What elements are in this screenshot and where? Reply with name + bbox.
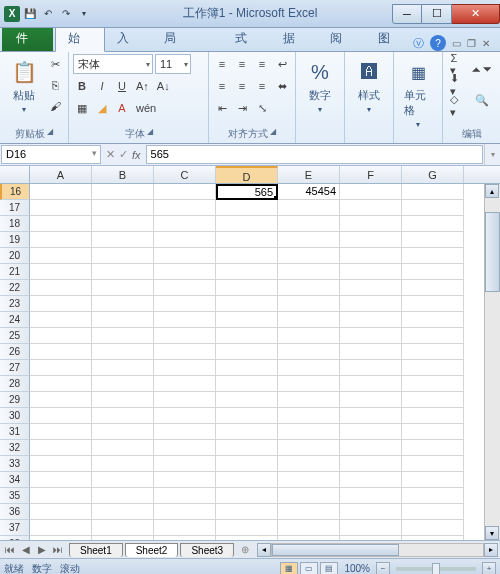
row-header[interactable]: 34 bbox=[0, 472, 30, 488]
cell[interactable] bbox=[340, 200, 402, 216]
increase-font-icon[interactable]: A↑ bbox=[133, 76, 152, 96]
maximize-button[interactable]: ☐ bbox=[422, 4, 452, 24]
formula-input[interactable]: 565 bbox=[146, 145, 483, 164]
cell[interactable] bbox=[278, 200, 340, 216]
autosum-icon[interactable]: Σ ▾ bbox=[447, 54, 466, 74]
save-icon[interactable]: 💾 bbox=[22, 6, 38, 22]
decrease-indent-icon[interactable]: ⇤ bbox=[213, 98, 231, 118]
grid-body[interactable]: 1656545454171819202122232425262728293031… bbox=[0, 184, 500, 540]
row-header[interactable]: 32 bbox=[0, 440, 30, 456]
cell[interactable] bbox=[30, 280, 92, 296]
hscroll-left-icon[interactable]: ◂ bbox=[257, 543, 271, 557]
cell[interactable] bbox=[92, 472, 154, 488]
underline-button[interactable]: U bbox=[113, 76, 131, 96]
cell[interactable] bbox=[216, 424, 278, 440]
cell[interactable] bbox=[216, 344, 278, 360]
cell[interactable] bbox=[154, 216, 216, 232]
cell[interactable] bbox=[402, 440, 464, 456]
cell[interactable] bbox=[216, 536, 278, 540]
cell[interactable] bbox=[278, 248, 340, 264]
column-header[interactable]: D bbox=[216, 166, 278, 183]
cell[interactable] bbox=[154, 344, 216, 360]
cell[interactable] bbox=[340, 440, 402, 456]
row-header[interactable]: 28 bbox=[0, 376, 30, 392]
cell[interactable] bbox=[30, 488, 92, 504]
cell[interactable] bbox=[278, 232, 340, 248]
bold-button[interactable]: B bbox=[73, 76, 91, 96]
cell[interactable] bbox=[216, 488, 278, 504]
enter-formula-icon[interactable]: ✓ bbox=[119, 148, 128, 161]
cell[interactable] bbox=[340, 280, 402, 296]
align-right-icon[interactable]: ≡ bbox=[253, 76, 271, 96]
cell[interactable] bbox=[402, 376, 464, 392]
wrap-text-icon[interactable]: ↩ bbox=[273, 54, 291, 74]
cell[interactable] bbox=[92, 232, 154, 248]
cell[interactable] bbox=[340, 392, 402, 408]
cell[interactable] bbox=[154, 328, 216, 344]
cell[interactable] bbox=[278, 392, 340, 408]
cell[interactable] bbox=[402, 296, 464, 312]
cell[interactable] bbox=[216, 328, 278, 344]
cell[interactable] bbox=[154, 440, 216, 456]
cell[interactable] bbox=[402, 488, 464, 504]
cell[interactable] bbox=[92, 296, 154, 312]
copy-icon[interactable]: ⎘ bbox=[46, 75, 64, 95]
cell[interactable] bbox=[92, 200, 154, 216]
cell[interactable] bbox=[402, 264, 464, 280]
cell[interactable] bbox=[30, 296, 92, 312]
help-icon[interactable]: ? bbox=[430, 35, 446, 51]
cell[interactable] bbox=[30, 328, 92, 344]
cell[interactable] bbox=[92, 392, 154, 408]
row-header[interactable]: 29 bbox=[0, 392, 30, 408]
cell[interactable] bbox=[216, 232, 278, 248]
row-header[interactable]: 19 bbox=[0, 232, 30, 248]
cell[interactable] bbox=[278, 264, 340, 280]
cell[interactable] bbox=[216, 376, 278, 392]
sheet-tab[interactable]: Sheet3 bbox=[180, 543, 234, 557]
cell[interactable] bbox=[30, 344, 92, 360]
cell[interactable] bbox=[92, 488, 154, 504]
cell[interactable] bbox=[340, 376, 402, 392]
align-bottom-icon[interactable]: ≡ bbox=[253, 54, 271, 74]
cell[interactable] bbox=[154, 296, 216, 312]
cell[interactable] bbox=[154, 520, 216, 536]
border-icon[interactable]: ▦ bbox=[73, 98, 91, 118]
cell[interactable] bbox=[92, 344, 154, 360]
cell[interactable] bbox=[30, 520, 92, 536]
cell[interactable] bbox=[340, 184, 402, 200]
cell[interactable] bbox=[340, 344, 402, 360]
paste-button[interactable]: 📋 粘贴 ▾ bbox=[4, 54, 44, 118]
cell[interactable] bbox=[92, 184, 154, 200]
cell[interactable] bbox=[340, 232, 402, 248]
cell[interactable] bbox=[92, 216, 154, 232]
increase-indent-icon[interactable]: ⇥ bbox=[233, 98, 251, 118]
minimize-button[interactable]: ─ bbox=[392, 4, 422, 24]
cell[interactable] bbox=[30, 472, 92, 488]
doc-restore-icon[interactable]: ❐ bbox=[467, 38, 476, 49]
cell[interactable] bbox=[154, 472, 216, 488]
cell[interactable] bbox=[216, 296, 278, 312]
font-name-combo[interactable]: 宋体 bbox=[73, 54, 153, 74]
cell[interactable] bbox=[278, 216, 340, 232]
cell[interactable] bbox=[278, 344, 340, 360]
cell[interactable] bbox=[92, 424, 154, 440]
cell[interactable] bbox=[154, 184, 216, 200]
cell[interactable] bbox=[216, 200, 278, 216]
format-painter-icon[interactable]: 🖌 bbox=[46, 96, 64, 116]
cell[interactable] bbox=[30, 312, 92, 328]
cell[interactable] bbox=[92, 376, 154, 392]
cell[interactable] bbox=[92, 264, 154, 280]
cell[interactable] bbox=[340, 216, 402, 232]
row-header[interactable]: 17 bbox=[0, 200, 30, 216]
cell[interactable] bbox=[216, 280, 278, 296]
cell[interactable] bbox=[154, 232, 216, 248]
cell[interactable] bbox=[402, 424, 464, 440]
cell[interactable] bbox=[402, 312, 464, 328]
cell[interactable] bbox=[92, 360, 154, 376]
cell[interactable] bbox=[340, 296, 402, 312]
row-header[interactable]: 21 bbox=[0, 264, 30, 280]
cell[interactable] bbox=[402, 344, 464, 360]
undo-icon[interactable]: ↶ bbox=[40, 6, 56, 22]
row-header[interactable]: 30 bbox=[0, 408, 30, 424]
cell[interactable] bbox=[278, 328, 340, 344]
